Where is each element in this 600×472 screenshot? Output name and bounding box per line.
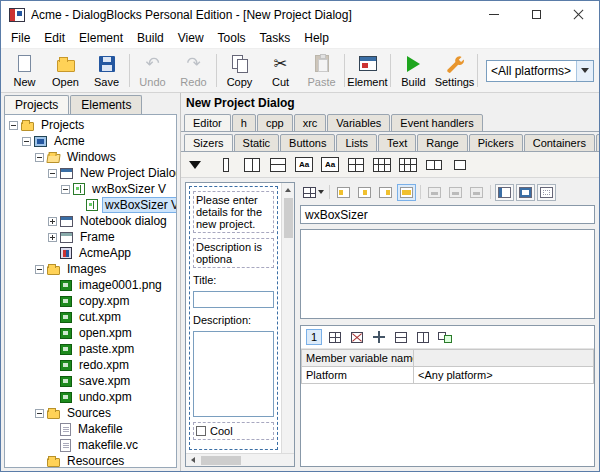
undo-button[interactable]: ↶ Undo: [132, 50, 173, 91]
tree-item-acme[interactable]: Acme: [5, 133, 176, 149]
palette-staticbox-sizer-v-icon[interactable]: [293, 156, 315, 174]
palette-stddialogbutton-sizer-icon[interactable]: [423, 156, 445, 174]
tab-event-handlers[interactable]: Event handlers: [391, 114, 482, 132]
scrollbar-thumb[interactable]: [284, 198, 293, 238]
tree-item-copy-xpm[interactable]: copy.xpm: [5, 293, 176, 309]
preview-title-label[interactable]: Title:: [193, 274, 274, 286]
tab-range[interactable]: Range: [417, 134, 467, 152]
tab-sizers[interactable]: Sizers: [184, 134, 233, 152]
palette-flexgrid-sizer-icon[interactable]: [371, 156, 393, 174]
expand-icon[interactable]: [48, 217, 57, 226]
palette-staticbox-sizer-h-icon[interactable]: [319, 156, 341, 174]
preview-title-input[interactable]: [193, 291, 274, 308]
collapse-icon[interactable]: [35, 153, 44, 162]
tab-xrc[interactable]: xrc: [294, 114, 327, 132]
preview-cool-checkbox[interactable]: Cool: [193, 422, 274, 440]
border-none-button[interactable]: [537, 184, 556, 201]
collapse-icon[interactable]: [9, 121, 18, 130]
menu-file[interactable]: File: [4, 28, 37, 48]
tree-item-wxboxsizer-outer[interactable]: wxBoxSizer V: [5, 181, 176, 197]
border-all-button[interactable]: [516, 184, 535, 201]
tree-item-redo-xpm[interactable]: redo.xpm: [5, 357, 176, 373]
palette-gridbag-sizer-icon[interactable]: [397, 156, 419, 174]
border-left-button[interactable]: [495, 184, 514, 201]
tree-item-paste-xpm[interactable]: paste.xpm: [5, 341, 176, 357]
tree-item-images[interactable]: Images: [5, 261, 176, 277]
menu-tools[interactable]: Tools: [211, 28, 253, 48]
menu-build[interactable]: Build: [130, 28, 171, 48]
tab-pickers[interactable]: Pickers: [469, 134, 523, 152]
align-centre-button[interactable]: [355, 184, 374, 201]
align-middle-button-disabled[interactable]: [446, 184, 465, 201]
tab-text[interactable]: Text: [378, 134, 416, 152]
menu-edit[interactable]: Edit: [37, 28, 72, 48]
palette-grid-sizer-icon[interactable]: [345, 156, 367, 174]
delete-variable-button[interactable]: [348, 329, 366, 345]
platform-select-dropdown[interactable]: [576, 61, 593, 81]
column-header-member-variable[interactable]: Member variable name: [302, 350, 414, 367]
palette-spacer-icon[interactable]: [215, 156, 237, 174]
collapse-icon[interactable]: [22, 137, 31, 146]
scroll-up-icon[interactable]: [282, 183, 295, 196]
tree-item-makefile-vc[interactable]: makefile.vc: [5, 437, 176, 453]
preview-horizontal-scrollbar[interactable]: [186, 453, 294, 466]
preview-static-text-intro[interactable]: Please enter details for the new project…: [193, 191, 274, 233]
element-button[interactable]: Element: [347, 50, 388, 91]
selected-element-name[interactable]: wxBoxSizer: [300, 205, 595, 224]
scrollbar-thumb[interactable]: [201, 456, 241, 465]
tab-cpp[interactable]: cpp: [257, 114, 293, 132]
align-left-button[interactable]: [334, 184, 353, 201]
move-variable-button[interactable]: [370, 329, 388, 345]
tab-buttons[interactable]: Buttons: [280, 134, 335, 152]
preview-description-label[interactable]: Description:: [193, 314, 274, 326]
align-right-button[interactable]: [376, 184, 395, 201]
grid-view-button[interactable]: [326, 329, 344, 345]
tree-item-image0001[interactable]: image0001.png: [5, 277, 176, 293]
tab-variables[interactable]: Variables: [327, 114, 390, 132]
menu-element[interactable]: Element: [72, 28, 130, 48]
minimize-button[interactable]: [473, 1, 515, 28]
palette-wrap-sizer-icon[interactable]: [449, 156, 471, 174]
property-value-cell[interactable]: <Any platform>: [414, 367, 594, 384]
open-button[interactable]: Open: [45, 50, 86, 91]
redo-button[interactable]: ↷ Redo: [173, 50, 214, 91]
preview-vertical-scrollbar[interactable]: [281, 183, 294, 453]
tree-item-projects[interactable]: Projects: [5, 117, 176, 133]
tab-h[interactable]: h: [232, 114, 256, 132]
reparent-button[interactable]: [436, 329, 454, 345]
tree-item-save-xpm[interactable]: save.xpm: [5, 373, 176, 389]
tree-item-sources[interactable]: Sources: [5, 405, 176, 421]
tab-editor[interactable]: Editor: [184, 114, 231, 132]
sizer-flags-dropdown[interactable]: [302, 184, 325, 201]
build-button[interactable]: Build: [393, 50, 434, 91]
tree-item-cut-xpm[interactable]: cut.xpm: [5, 309, 176, 325]
platform-select[interactable]: <All platforms>: [486, 60, 594, 82]
preview-static-text-optional[interactable]: Description is optiona: [193, 238, 274, 268]
tree-item-acmeapp[interactable]: AcmeApp: [5, 245, 176, 261]
cut-button[interactable]: ✂ Cut: [260, 50, 301, 91]
tree-item-open-xpm[interactable]: open.xpm: [5, 325, 176, 341]
tab-static[interactable]: Static: [234, 134, 280, 152]
tab-projects[interactable]: Projects: [4, 95, 69, 114]
element-detail-area[interactable]: [300, 229, 595, 319]
tree-item-undo-xpm[interactable]: undo.xpm: [5, 389, 176, 405]
tree-item-wxboxsizer-inner[interactable]: wxBoxSizer V: [5, 197, 176, 213]
settings-button[interactable]: Settings: [434, 50, 475, 91]
column-header-value[interactable]: [414, 350, 594, 367]
property-name-cell[interactable]: Platform: [302, 367, 414, 384]
tree-item-frame[interactable]: Frame: [5, 229, 176, 245]
tree-item-new-project-dialog[interactable]: New Project Dialog: [5, 165, 176, 181]
page-number-button[interactable]: 1: [306, 329, 322, 345]
table-row[interactable]: Platform <Any platform>: [302, 367, 594, 384]
close-button[interactable]: [557, 1, 599, 28]
tree-item-resources[interactable]: Resources: [5, 453, 176, 468]
expand-button[interactable]: [397, 184, 416, 201]
align-bottom-button-disabled[interactable]: [467, 184, 486, 201]
maximize-button[interactable]: [515, 1, 557, 28]
collapse-icon[interactable]: [35, 265, 44, 274]
tab-lists[interactable]: Lists: [336, 134, 377, 152]
tab-containers[interactable]: Containers: [524, 134, 595, 152]
menu-help[interactable]: Help: [297, 28, 336, 48]
expand-icon[interactable]: [48, 233, 57, 242]
menu-tasks[interactable]: Tasks: [253, 28, 298, 48]
